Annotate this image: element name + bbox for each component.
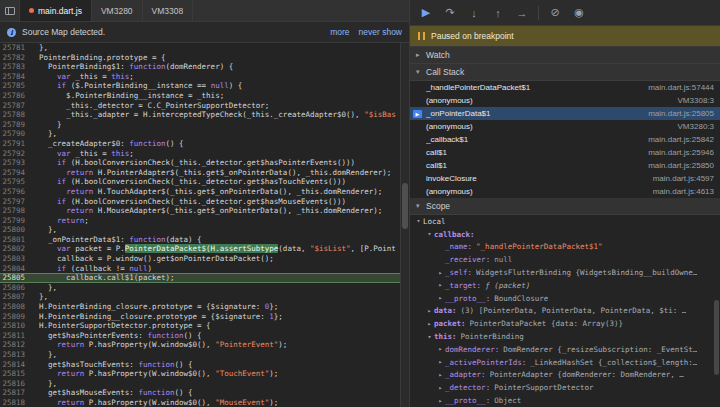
scope-row[interactable]: ▾callback:: [410, 228, 720, 241]
line-number[interactable]: 25817: [0, 388, 30, 398]
line-number[interactable]: 25808: [0, 302, 30, 312]
disclosure-triangle-icon[interactable]: ▾: [425, 230, 434, 238]
line-number[interactable]: 25781: [0, 43, 30, 53]
call-stack-frame[interactable]: invokeClosuremain.dart.js:4597: [410, 172, 720, 185]
line-number[interactable]: 25809: [0, 312, 30, 322]
disclosure-triangle-icon[interactable]: ▾: [414, 217, 423, 225]
line-number[interactable]: 25801: [0, 235, 30, 245]
disclosure-triangle-icon[interactable]: ▸: [436, 358, 445, 366]
editor-scrollbar-thumb[interactable]: [402, 183, 408, 229]
scope-row[interactable]: ▸domRenderer:DomRenderer {_resizeSubscri…: [410, 343, 720, 356]
line-number[interactable]: 25799: [0, 216, 30, 226]
code-text: return P.hasProperty(W.window$0(), "Poin…: [30, 340, 287, 350]
navigator-toggle-button[interactable]: [0, 0, 20, 21]
call-stack-frame[interactable]: (anonymous)VM3308:3: [410, 94, 720, 107]
line-number[interactable]: 25796: [0, 187, 30, 197]
line-number[interactable]: 25789: [0, 120, 30, 130]
code-editor[interactable]: 25781 },25782 PointerBinding.prototype =…: [0, 43, 401, 407]
tab-main-dart-js[interactable]: main.dart.js: [20, 0, 92, 21]
disclosure-triangle-icon[interactable]: ▸: [425, 307, 434, 315]
scope-row[interactable]: ▸_adapter:PointerAdapter {domRenderer: D…: [410, 369, 720, 382]
line-number[interactable]: 25793: [0, 158, 30, 168]
line-number[interactable]: 25785: [0, 81, 30, 91]
tab-vm3280[interactable]: VM3280: [92, 0, 143, 21]
call-stack-frame[interactable]: ▶_onPointerData$1main.dart.js:25805: [410, 107, 720, 120]
step-button[interactable]: →: [511, 3, 533, 23]
line-number[interactable]: 25807: [0, 292, 30, 302]
line-number[interactable]: 25787: [0, 101, 30, 111]
tab-vm3308[interactable]: VM3308: [143, 0, 194, 21]
scope-row[interactable]: ▸__proto__:Object: [410, 394, 720, 407]
line-number[interactable]: 25818: [0, 398, 30, 407]
line-number[interactable]: 25788: [0, 110, 30, 120]
scope-row[interactable]: _receiver:null: [410, 253, 720, 266]
disclosure-triangle-icon[interactable]: ▸: [436, 384, 445, 392]
step-over-button[interactable]: ↷: [439, 3, 461, 23]
scope-row[interactable]: ▸_target:ƒ (packet): [410, 279, 720, 292]
editor-scrollbar[interactable]: [400, 43, 409, 407]
line-number[interactable]: 25791: [0, 139, 30, 149]
line-number[interactable]: 25792: [0, 149, 30, 159]
line-number[interactable]: 25811: [0, 331, 30, 341]
line-number[interactable]: 25804: [0, 264, 30, 274]
line-number[interactable]: 25812: [0, 340, 30, 350]
disclosure-triangle-icon[interactable]: ▸: [436, 397, 445, 405]
line-number[interactable]: 25800: [0, 225, 30, 235]
call-stack-frame[interactable]: call$1main.dart.js:25850: [410, 159, 720, 172]
code-text: return H.PointerAdapter$(_this.get$_onPo…: [30, 168, 391, 178]
scope-row[interactable]: ▸__proto__:BoundClosure: [410, 292, 720, 305]
line-number[interactable]: 25790: [0, 129, 30, 139]
disclosure-triangle-icon[interactable]: ▸: [436, 294, 445, 302]
line-number[interactable]: 25810: [0, 321, 30, 331]
code-text: return P.hasProperty(W.window$0(), "Touc…: [30, 369, 278, 379]
line-number[interactable]: 25784: [0, 72, 30, 82]
call-stack-frame[interactable]: _handlePointerDataPacket$1main.dart.js:5…: [410, 81, 720, 94]
line-number[interactable]: 25802: [0, 244, 30, 254]
scope-row[interactable]: _name:"_handlePointerDataPacket$1": [410, 241, 720, 254]
scope-row[interactable]: ▾this:PointerBinding: [410, 330, 720, 343]
line-number[interactable]: 25805: [0, 273, 30, 283]
disclosure-triangle-icon[interactable]: ▸: [436, 281, 445, 289]
sidebar-scrollbar-thumb[interactable]: [714, 300, 719, 375]
line-number[interactable]: 25782: [0, 53, 30, 63]
line-number[interactable]: 25797: [0, 197, 30, 207]
line-number[interactable]: 25806: [0, 283, 30, 293]
step-into-button[interactable]: ↓: [463, 3, 485, 23]
code-line: 25811 get$hasPointerEvents: function() {: [0, 331, 401, 341]
scope-row[interactable]: ▸_self:WidgetsFlutterBinding {WidgetsBin…: [410, 266, 720, 279]
line-number[interactable]: 25798: [0, 206, 30, 216]
call-stack-frame[interactable]: (anonymous)VM3280:3: [410, 120, 720, 133]
line-number[interactable]: 25813: [0, 350, 30, 360]
code-line: 25784 var _this = this;: [0, 72, 401, 82]
disclosure-triangle-icon[interactable]: ▸: [436, 269, 445, 277]
disclosure-triangle-icon[interactable]: ▸: [425, 320, 434, 328]
call-stack-frame[interactable]: _callback$1main.dart.js:25842: [410, 133, 720, 146]
line-number[interactable]: 25803: [0, 254, 30, 264]
disclosure-triangle-icon[interactable]: ▸: [436, 371, 445, 379]
line-number[interactable]: 25794: [0, 168, 30, 178]
line-number[interactable]: 25783: [0, 62, 30, 72]
resume-button[interactable]: ▶: [415, 3, 437, 23]
scope-section-header[interactable]: ▾ Scope: [410, 198, 720, 215]
scope-row[interactable]: ▸_activePointerIds:_LinkedHashSet {_coll…: [410, 356, 720, 369]
line-number[interactable]: 25815: [0, 369, 30, 379]
more-link[interactable]: more: [330, 27, 349, 37]
line-number[interactable]: 25814: [0, 360, 30, 370]
pause-on-exceptions-button[interactable]: ◉: [568, 3, 590, 23]
scope-row[interactable]: ▸packet:PointerDataPacket {data: Array(3…: [410, 317, 720, 330]
never-show-link[interactable]: never show: [359, 27, 402, 37]
call-stack-frame[interactable]: (anonymous)main.dart.js:4613: [410, 185, 720, 198]
step-out-button[interactable]: ↑: [487, 3, 509, 23]
line-number[interactable]: 25795: [0, 177, 30, 187]
call-stack-frame[interactable]: call$1main.dart.js:25946: [410, 146, 720, 159]
call-stack-section-header[interactable]: ▾ Call Stack: [410, 64, 720, 81]
line-number[interactable]: 25786: [0, 91, 30, 101]
scope-row[interactable]: ▾Local: [410, 215, 720, 228]
deactivate-breakpoints-button[interactable]: ⊘: [544, 3, 566, 23]
disclosure-triangle-icon[interactable]: ▸: [436, 345, 445, 353]
scope-row[interactable]: ▸_detector:PointerSupportDetector: [410, 381, 720, 394]
scope-row[interactable]: ▸data:(3) [PointerData, PointerData, Poi…: [410, 305, 720, 318]
watch-section-header[interactable]: ▸ Watch: [410, 47, 720, 64]
disclosure-triangle-icon[interactable]: ▾: [425, 333, 434, 341]
line-number[interactable]: 25816: [0, 379, 30, 389]
